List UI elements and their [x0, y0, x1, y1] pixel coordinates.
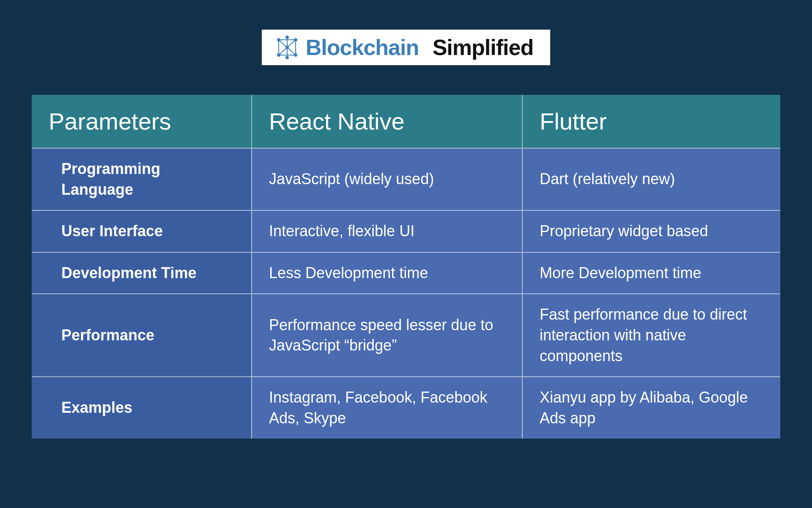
param-label: Examples — [32, 377, 252, 439]
svg-point-3 — [294, 53, 297, 57]
header-parameters: Parameters — [32, 95, 252, 148]
comparison-table: Parameters React Native Flutter Programm… — [32, 95, 780, 439]
react-value: Instagram, Facebook, Facebook Ads, Skype — [252, 377, 522, 439]
react-value: Performance speed lesser due to JavaScri… — [252, 294, 522, 377]
param-label: Development Time — [32, 252, 252, 294]
table-header-row: Parameters React Native Flutter — [32, 95, 780, 148]
svg-point-4 — [285, 36, 289, 39]
table-row: Examples Instagram, Facebook, Facebook A… — [32, 377, 780, 439]
flutter-value: Dart (relatively new) — [522, 148, 780, 210]
blockchain-network-icon — [274, 35, 300, 60]
table-row: Programming Language JavaScript (widely … — [32, 148, 780, 210]
flutter-value: More Development time — [522, 252, 780, 294]
flutter-value: Fast performance due to direct interacti… — [522, 294, 780, 377]
header-flutter: Flutter — [522, 95, 780, 148]
svg-point-0 — [277, 38, 280, 41]
svg-point-2 — [277, 53, 280, 57]
param-label: Programming Language — [32, 148, 252, 210]
param-label: Performance — [32, 294, 252, 377]
header-react-native: React Native — [252, 95, 522, 148]
svg-point-1 — [294, 38, 297, 41]
logo-text-simplified: Simplified — [433, 35, 533, 60]
svg-point-6 — [285, 46, 289, 49]
react-value: JavaScript (widely used) — [252, 148, 522, 210]
table-row: Development Time Less Development time M… — [32, 252, 780, 294]
logo-banner: Blockchain Simplified — [262, 30, 550, 65]
react-value: Interactive, flexible UI — [252, 210, 522, 252]
table-row: User Interface Interactive, flexible UI … — [32, 210, 780, 252]
flutter-value: Xianyu app by Alibaba, Google Ads app — [522, 377, 780, 439]
logo-text-blockchain: Blockchain — [306, 35, 419, 60]
react-value: Less Development time — [252, 252, 522, 294]
svg-point-5 — [285, 56, 289, 59]
table-row: Performance Performance speed lesser due… — [32, 294, 780, 377]
param-label: User Interface — [32, 210, 252, 252]
flutter-value: Proprietary widget based — [522, 210, 780, 252]
